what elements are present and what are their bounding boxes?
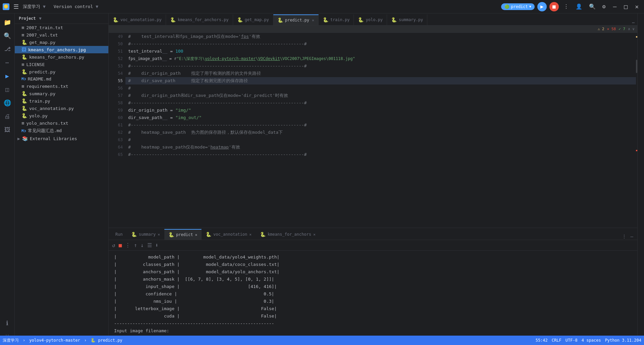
sidebar-item-info[interactable]: ℹ <box>1 317 13 329</box>
maximize-button[interactable]: □ <box>621 2 630 11</box>
run-badge[interactable]: 🟢 predict ▼ <box>501 3 535 10</box>
code-text: # heatmap_save_path 热力图的保存路径，默认保存在model_… <box>128 129 283 136</box>
terminal-area[interactable]: | model_path | model_data/yolo4_weights.… <box>109 251 637 345</box>
tab-close-icon[interactable]: ✕ <box>249 232 252 237</box>
gear-icon[interactable]: ⚙ <box>600 2 608 11</box>
tab-close-icon[interactable]: ✕ <box>313 232 316 237</box>
file-item-kmeans-py[interactable]: 🐍 kmeans_for_anchors.py <box>15 53 108 61</box>
project-dropdown-icon[interactable]: ▼ <box>39 16 42 21</box>
stop-run-icon[interactable]: ■ <box>118 241 123 249</box>
file-item-summary[interactable]: 🐍 summary.py <box>15 90 108 97</box>
bottom-tab-run[interactable]: Run <box>111 229 127 240</box>
tab-close-icon[interactable]: ✕ <box>312 18 314 22</box>
bottom-tab-summary[interactable]: 🐍 summary ✕ <box>127 229 164 240</box>
indent-setting[interactable]: 4 spaces <box>582 338 601 343</box>
terminal-cell: | anchors_path | model_data/yolo_anchors… <box>114 268 279 276</box>
tab-predict[interactable]: 🐍 predict.py ✕ <box>273 14 319 25</box>
breadcrumb-dir[interactable]: yolov4-pytorch-master <box>29 338 80 343</box>
terminal-row: | model_path | model_data/yolo4_weights.… <box>114 253 632 261</box>
code-line-52: fps_image_path__ = r"E:\深度学习\yolov4-pyto… <box>125 55 637 62</box>
expand-errors-icon[interactable]: ∧ ∨ <box>628 27 635 31</box>
tab-close-icon[interactable]: ✕ <box>158 232 160 237</box>
breadcrumb-file[interactable]: 🐍 predict.py <box>91 338 122 343</box>
encoding[interactable]: UTF-8 <box>566 338 578 343</box>
file-item-yolo[interactable]: 🐍 yolo.py <box>15 112 108 119</box>
file-item-predict[interactable]: 🐍 predict.py <box>15 68 108 75</box>
sidebar-item-more[interactable]: ⋯ <box>1 56 13 68</box>
tab-label: train.py <box>330 17 350 22</box>
tab-close-icon[interactable]: ✕ <box>195 233 197 237</box>
profile-icon[interactable]: 👤 <box>574 2 584 11</box>
line-num-52: 52 <box>111 55 123 62</box>
version-control-label[interactable]: Version control <box>54 4 93 9</box>
breadcrumb-sep2: › <box>84 338 87 343</box>
file-item-yolo-anchors[interactable]: ≡ yolo_anchors.txt <box>15 119 108 127</box>
scroll-up-icon[interactable]: ↑ <box>133 241 138 249</box>
python-version[interactable]: Python 3.11.204 <box>605 338 641 343</box>
file-item-license[interactable]: ≡ LICENSE <box>15 61 108 68</box>
tab-kmeans[interactable]: 🐍 kmeans_for_anchors.py <box>166 14 233 25</box>
code-text: # <box>128 136 131 143</box>
bottom-tab-controls: ⋮ — <box>621 233 635 240</box>
file-item-get-map[interactable]: 🐍 get_map.py <box>15 39 108 46</box>
line-ending[interactable]: CRLF <box>552 338 561 343</box>
sidebar-item-plugins[interactable]: 🌐 <box>1 97 13 109</box>
code-line-63: # <box>125 136 637 143</box>
line-num-54: 54 <box>111 70 123 77</box>
file-item-2007-val[interactable]: ≡ 2007_val.txt <box>15 31 108 39</box>
minimize-panel-icon[interactable]: — <box>629 233 635 240</box>
terminal-row: ----------------------------------------… <box>114 320 632 327</box>
cursor-position[interactable]: 55:42 <box>536 338 548 343</box>
search-icon[interactable]: 🔍 <box>587 2 598 11</box>
align-left-icon[interactable]: ☰ <box>147 241 153 249</box>
more-opts-icon[interactable]: ⋮ <box>124 241 131 249</box>
bottom-tab-kmeans[interactable]: 🐍 kmeans_for_anchors ✕ <box>256 229 320 240</box>
tab-train[interactable]: 🐍 train.py <box>319 14 354 25</box>
project-label[interactable]: 深度学习 <box>23 4 40 10</box>
file-item-voc[interactable]: 🐍 voc_annotation.py <box>15 105 108 112</box>
breadcrumb-project[interactable]: 深度学习 <box>3 338 19 343</box>
sidebar-item-print[interactable]: 🖨 <box>1 110 13 122</box>
file-item-faq[interactable]: Mↄ 常见问题汇总.md <box>15 127 108 135</box>
titlebar-right: 🟢 predict ▼ ▶ ■ ⋮ 👤 🔍 ⚙ — □ ✕ <box>501 2 641 11</box>
file-item-external-libs[interactable]: ▶ 📚 External Libraries <box>15 135 108 142</box>
sidebar-item-image[interactable]: 🖼 <box>1 123 13 135</box>
file-item-train[interactable]: 🐍 train.py <box>15 97 108 105</box>
file-item-2007-train[interactable]: ≡ 2007_train.txt <box>15 24 108 31</box>
stop-btn-icon[interactable]: ■ <box>549 2 559 11</box>
sidebar-item-layers[interactable]: ◫ <box>1 83 13 95</box>
settings-icon[interactable]: ⋮ <box>561 2 571 11</box>
file-item-kmeans-jpg[interactable]: 🖼 kmeans_for_anchors.jpg <box>15 46 108 53</box>
tab-summary[interactable]: 🐍 summary.py <box>387 14 427 25</box>
settings-dots-icon[interactable]: ⋮ <box>621 233 628 240</box>
sidebar-item-search[interactable]: 🔍 <box>1 30 13 42</box>
bottom-tab-predict[interactable]: 🐍 predict ✕ <box>164 229 202 240</box>
terminal-cell: Input image filename: <box>114 327 169 335</box>
file-item-requirements[interactable]: ≡ requirements.txt <box>15 82 108 90</box>
scroll-thumb[interactable] <box>636 60 637 73</box>
file-name: requirements.txt <box>26 84 68 89</box>
hamburger-menu-icon[interactable]: ☰ <box>12 2 20 11</box>
line-num-64: 64 <box>111 143 123 151</box>
terminal-cell: | input_shape | [416, 416]| <box>114 283 277 290</box>
tab-yolo[interactable]: 🐍 yolo.py <box>354 14 387 25</box>
sidebar-item-git[interactable]: ⎇ <box>1 43 13 55</box>
file-item-readme[interactable]: Mↄ README.md <box>15 75 108 82</box>
run-btn-icon[interactable]: ▶ <box>537 2 547 11</box>
line-num-61: 61 <box>111 121 123 129</box>
align-down-icon[interactable]: ⬇ <box>155 241 159 249</box>
code-text: #---------------------------------------… <box>128 99 307 107</box>
sidebar-item-run[interactable]: ▶ <box>1 70 13 82</box>
tab-more-button[interactable]: ⋯ <box>629 20 637 25</box>
bottom-tab-voc[interactable]: 🐍 voc_annotation ✕ <box>202 229 256 240</box>
close-button[interactable]: ✕ <box>632 2 641 11</box>
code-editor[interactable]: 49 50 51 52 53 54 55 56 57 58 59 60 61 6… <box>109 33 637 228</box>
tab-get-map[interactable]: 🐍 get_map.py <box>233 14 273 25</box>
minimize-button[interactable]: — <box>610 2 619 11</box>
tab-voc-annotation[interactable]: 🐍 voc_annotation.py <box>109 14 166 25</box>
rerun-icon[interactable]: ↺ <box>111 241 116 249</box>
bottom-tabs: Run 🐍 summary ✕ 🐍 predict ✕ 🐍 voc_annota… <box>109 228 637 240</box>
sidebar-item-folder[interactable]: 📁 <box>1 16 13 28</box>
scroll-down-icon[interactable]: ↓ <box>140 241 145 249</box>
line-num-53: 53 <box>111 62 123 70</box>
